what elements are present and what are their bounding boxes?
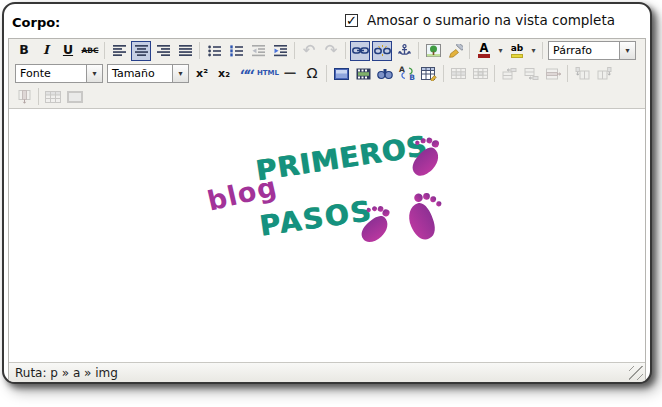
split-cells-icon <box>45 91 61 103</box>
align-center-button[interactable] <box>131 41 151 61</box>
forecolor-dropdown-arrow[interactable]: ▾ <box>495 41 506 61</box>
chevron-down-icon: ▾ <box>178 69 182 78</box>
align-right-button[interactable] <box>153 41 173 61</box>
fullscreen-button[interactable] <box>331 64 351 84</box>
toolbar-row-1: B I U ABC ↶ ↷ <box>9 39 645 62</box>
search-button[interactable] <box>375 64 395 84</box>
backcolor-dropdown-arrow[interactable]: ▾ <box>528 41 539 61</box>
strikethrough-button[interactable]: ABC <box>80 41 100 61</box>
table-icon <box>421 67 437 81</box>
insert-image-button[interactable] <box>423 41 443 61</box>
underline-button[interactable]: U <box>58 41 78 61</box>
merge-cells-button[interactable] <box>65 87 85 107</box>
size-select-value: Tamaño <box>108 65 172 82</box>
insert-col-after-button[interactable] <box>594 64 614 84</box>
outdent-button[interactable] <box>248 41 268 61</box>
size-select[interactable]: Tamaño ▾ <box>107 64 189 83</box>
redo-button[interactable]: ↷ <box>321 41 341 61</box>
insert-col-before-icon <box>575 67 590 80</box>
unlink-button[interactable] <box>372 41 392 61</box>
link-button[interactable] <box>350 41 370 61</box>
toolbar-separator <box>38 88 39 105</box>
align-left-button[interactable] <box>109 41 129 61</box>
insert-col-before-button[interactable] <box>572 64 592 84</box>
insert-media-button[interactable] <box>353 64 373 84</box>
summary-checkbox[interactable]: ✓ <box>345 14 358 27</box>
italic-button[interactable]: I <box>36 41 56 61</box>
toolbar-separator <box>294 42 295 59</box>
chevron-down-icon: ▾ <box>531 46 535 55</box>
html-source-button[interactable]: HTML <box>258 64 278 84</box>
align-left-icon <box>113 45 126 56</box>
toolbar-separator <box>326 65 327 82</box>
toolbar-row-2: Fonte ▾ Tamaño ▾ x² x₂ ““ HTML — Ω AB <box>9 62 645 85</box>
replace-button[interactable]: AB <box>397 64 417 84</box>
special-char-button[interactable]: Ω <box>302 64 322 84</box>
unlink-icon <box>374 45 391 56</box>
chevron-down-icon: ▾ <box>625 46 629 55</box>
blockquote-icon: ““ <box>240 73 252 81</box>
resize-grip[interactable] <box>629 366 643 380</box>
indent-icon <box>274 45 287 57</box>
table-row-props-button[interactable] <box>448 64 468 84</box>
editor-content-area[interactable]: blog PRIMEROS PASOS <box>9 110 645 362</box>
italic-icon: I <box>43 44 49 57</box>
format-select-arrow[interactable]: ▾ <box>619 42 635 59</box>
table-row-props-icon <box>451 68 466 79</box>
blog-primeros-pasos-logo[interactable]: blog PRIMEROS PASOS <box>199 124 465 360</box>
cleanup-brush-icon <box>448 44 463 58</box>
insert-row-after-icon <box>524 68 539 80</box>
font-select[interactable]: Fonte ▾ <box>15 64 103 83</box>
anchor-button[interactable] <box>394 41 414 61</box>
indent-button[interactable] <box>270 41 290 61</box>
delete-col-icon <box>18 90 31 104</box>
binoculars-icon <box>377 68 393 80</box>
redo-icon: ↷ <box>325 43 338 58</box>
font-select-value: Fonte <box>16 65 86 82</box>
backcolor-button[interactable]: ab <box>507 41 527 61</box>
font-select-arrow[interactable]: ▾ <box>86 65 102 82</box>
corpo-label: Corpo: <box>12 15 60 30</box>
toolbar-separator <box>567 65 568 82</box>
subscript-button[interactable]: x₂ <box>214 64 234 84</box>
align-center-icon <box>135 45 148 56</box>
fullscreen-icon <box>334 68 349 80</box>
cleanup-button[interactable] <box>445 41 465 61</box>
bullet-list-icon <box>208 45 221 57</box>
insert-table-button[interactable] <box>419 64 439 84</box>
insert-col-after-icon <box>597 67 612 80</box>
numbered-list-icon <box>230 45 243 57</box>
numbered-list-button[interactable] <box>226 41 246 61</box>
footprint-icon <box>402 190 447 248</box>
forecolor-button[interactable]: A <box>474 41 494 61</box>
logo-word-primeros: PRIMEROS <box>254 129 430 187</box>
insert-row-after-button[interactable] <box>521 64 541 84</box>
element-path[interactable]: Ruta: p » a » img <box>15 366 118 380</box>
superscript-button[interactable]: x² <box>192 64 212 84</box>
insert-row-before-button[interactable] <box>499 64 519 84</box>
toolbar-separator <box>443 65 444 82</box>
table-cell-props-icon <box>473 68 488 79</box>
toolbar-separator <box>104 42 105 59</box>
summary-checkbox-label[interactable]: Amosar o sumario na vista completa <box>367 12 615 28</box>
delete-row-button[interactable] <box>543 64 563 84</box>
format-select[interactable]: Párrafo ▾ <box>548 41 636 60</box>
toolbar-separator <box>542 42 543 59</box>
summary-option: ✓ Amosar o sumario na vista completa <box>345 12 615 28</box>
delete-row-icon <box>546 68 561 80</box>
bold-button[interactable]: B <box>14 41 34 61</box>
horizontal-rule-button[interactable]: — <box>280 64 300 84</box>
replace-icon: AB <box>399 66 415 81</box>
rich-text-editor: B I U ABC ↶ ↷ <box>8 38 646 382</box>
forecolor-icon: A <box>478 44 490 58</box>
split-cells-button[interactable] <box>43 87 63 107</box>
table-cell-props-button[interactable] <box>470 64 490 84</box>
link-icon <box>352 46 369 55</box>
delete-col-button[interactable] <box>14 87 34 107</box>
justify-button[interactable] <box>175 41 195 61</box>
blockquote-button[interactable]: ““ <box>236 64 256 84</box>
toolbar-separator <box>199 42 200 59</box>
undo-button[interactable]: ↶ <box>299 41 319 61</box>
bullet-list-button[interactable] <box>204 41 224 61</box>
size-select-arrow[interactable]: ▾ <box>172 65 188 82</box>
